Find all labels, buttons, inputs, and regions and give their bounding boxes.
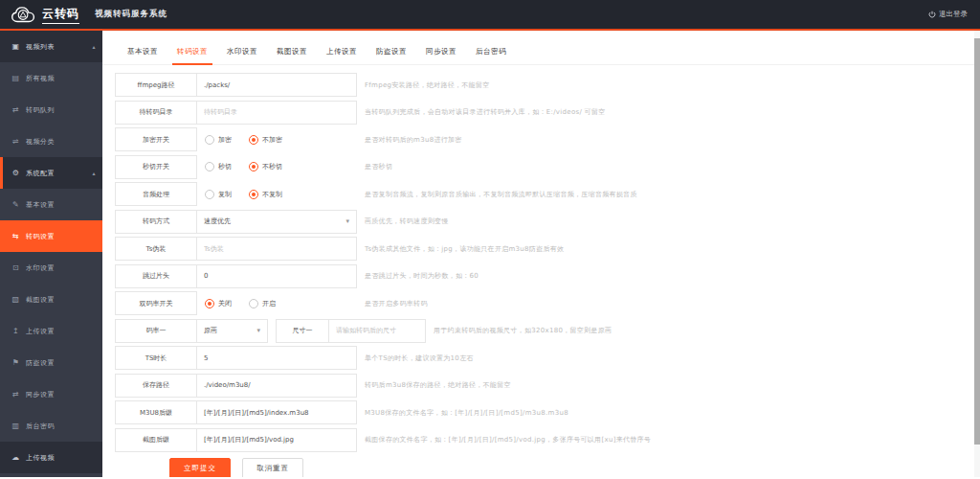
app-shell: ▣ 视频列表 ▴ ▤ 所有视频 ⇄ 转码队列 ⇌ 视频分类 ⚙ 系统配置 ▴ ✎… [0,31,980,477]
scrollbar-thumb[interactable] [974,38,980,445]
radio-option-no-copy[interactable]: 不复制 [249,190,282,199]
gear-icon: ⚙ [11,169,21,177]
sidebar-item-screenshot-settings[interactable]: ▧ 截图设置 [0,284,102,315]
sidebar-item-label: 所有视频 [26,74,55,83]
field-hint: 画质优先，转码速度则变慢 [365,217,449,226]
radio-label: 秒切 [218,162,232,171]
power-icon [928,11,936,18]
form-row-save-path: 保存路径 转码后m3u8保存的路径，绝对路径，不能留空 [115,374,980,398]
form-row-encrypt-switch: 加密开关 加密 不加密 是否对转码后的m3u8进行加密 [115,127,980,151]
tab-upload-settings[interactable]: 上传设置 [317,41,367,64]
sidebar-item-label: 上传设置 [26,327,55,336]
ts-disguise-input[interactable] [196,237,357,261]
ffmpeg-path-input[interactable] [196,73,357,97]
field-hint: 是否跳过片头，时间为秒数，如：60 [365,271,479,281]
field-label: 秒切开关 [115,155,197,179]
vertical-scrollbar [974,31,980,477]
screenshot-suffix-input[interactable] [196,428,357,452]
tab-basic-settings[interactable]: 基本设置 [118,41,167,64]
sidebar-item-all-videos[interactable]: ▤ 所有视频 [0,62,102,94]
pending-dir-input[interactable] [196,101,357,125]
form-row-screenshot-suffix: 截图后缀 截图保存的文件名字，如：[年]/[月]/[日]/[md5]/vod.j… [115,428,980,452]
bitrate-1-select[interactable]: 原画 ▾ [196,319,268,343]
cloud-logo-icon [11,6,37,24]
transcode-settings-form: ffmpeg路径 Ffmpeg安装路径，绝对路径，不能留空 待转码目录 当转码队… [102,65,980,477]
radio-circle-icon [249,135,258,145]
encrypt-radio-group: 加密 不加密 [196,127,357,151]
chevron-up-icon: ▴ [92,43,96,50]
sidebar-item-watermark-settings[interactable]: ⊡ 水印设置 [0,252,102,284]
dual-bitrate-radio-group: 关闭 开启 [196,291,357,315]
radio-option-copy[interactable]: 复制 [205,190,232,199]
field-label: TS时长 [115,346,197,370]
field-label: 双码率开关 [115,291,197,315]
radio-circle-icon [249,162,258,171]
slice-radio-group: 秒切 不秒切 [196,155,357,179]
sidebar-item-basic-settings[interactable]: ✎ 基本设置 [0,189,102,220]
sidebar-item-sync-settings[interactable]: ⇄ 同步设置 [0,378,102,410]
sidebar-item-label: 视频分类 [26,137,55,147]
sidebar-item-label: 后台密码 [26,422,55,431]
tab-transcode-settings[interactable]: 转码设置 [167,41,217,64]
sidebar-item-label: 防盗设置 [26,358,55,368]
form-row-bitrate-size: 码率一 原画 ▾ 尺寸一 用于约束转码后的视频尺寸，如320x180，留空则是原… [115,319,980,343]
select-value: 速度优先 [204,217,231,226]
sidebar-item-video-category[interactable]: ⇌ 视频分类 [0,125,102,157]
sidebar-item-admin-password[interactable]: ▥ 后台密码 [0,410,102,442]
radio-label: 加密 [218,135,232,145]
radio-option-slice[interactable]: 秒切 [205,162,232,171]
transcode-mode-select[interactable]: 速度优先 ▾ [196,210,357,234]
submit-button[interactable]: 立即提交 [169,458,231,478]
form-row-instant-slice-switch: 秒切开关 秒切 不秒切 是否秒切 [115,155,980,179]
radio-circle-icon [205,135,214,145]
sidebar-item-label: 视频列表 [26,42,55,52]
field-label: 保存路径 [115,374,197,398]
password-icon: ▥ [11,422,21,430]
radio-option-on[interactable]: 开启 [249,299,276,308]
reset-button[interactable]: 取消重置 [242,458,303,478]
chevron-down-icon: ▾ [256,327,260,334]
field-label: 转码方式 [115,210,197,234]
sidebar-item-transcode-queue[interactable]: ⇄ 转码队列 [0,94,102,125]
sidebar-item-label: 上传视频 [26,453,55,463]
field-hint: Ffmpeg安装路径，绝对路径，不能留空 [365,80,490,90]
radio-option-encrypt[interactable]: 加密 [205,135,232,145]
tab-watermark-settings[interactable]: 水印设置 [217,41,267,64]
tab-antitheft-settings[interactable]: 防盗设置 [367,41,416,64]
sidebar-item-label: 水印设置 [26,263,55,273]
sidebar-item-upload-video[interactable]: ☁ 上传视频 [0,442,102,473]
tab-sync-settings[interactable]: 同步设置 [416,41,466,64]
edit-icon: ✎ [11,200,21,209]
radio-label: 关闭 [218,299,232,308]
sidebar-item-system-config[interactable]: ⚙ 系统配置 ▴ [0,157,102,189]
sidebar-item-upload-settings[interactable]: ↥ 上传设置 [0,315,102,347]
radio-option-no-encrypt[interactable]: 不加密 [249,135,282,145]
logout-button[interactable]: 退出登录 [928,10,968,19]
tab-screenshot-settings[interactable]: 截图设置 [267,41,317,64]
form-row-ts-duration: TS时长 单个TS的时长，建议设置为10左右 [115,346,980,370]
category-icon: ⇌ [11,137,21,146]
radio-option-no-slice[interactable]: 不秒切 [249,162,282,171]
video-icon: ▣ [11,42,21,51]
all-videos-icon: ▤ [11,74,21,82]
form-row-audio-mode: 音频处理 复制 不复制 是否复制音频流，复制则原音质输出，不复制音频流即默认压缩… [115,182,980,206]
radio-circle-icon [205,162,214,171]
m3u8-suffix-input[interactable] [196,400,357,424]
sidebar-item-antitheft-settings[interactable]: ⚑ 防盗设置 [0,347,102,378]
ts-duration-input[interactable] [196,346,357,370]
sidebar-item-video-list[interactable]: ▣ 视频列表 ▴ [0,31,102,62]
size-1-input[interactable] [328,319,426,343]
sidebar-item-transcode-settings[interactable]: ⇆ 转码设置 [0,220,102,252]
radio-label: 不秒切 [262,162,282,171]
sidebar-item-label: 截图设置 [26,295,55,305]
logout-label: 退出登录 [939,10,968,19]
tab-admin-password[interactable]: 后台密码 [466,41,516,64]
sidebar-item-label: 基本设置 [26,200,55,210]
main-content: 基本设置 转码设置 水印设置 截图设置 上传设置 防盗设置 同步设置 后台密码 … [102,31,980,477]
field-label: ffmpeg路径 [115,73,197,97]
form-row-transcode-mode: 转码方式 速度优先 ▾ 画质优先，转码速度则变慢 [115,210,980,234]
sidebar: ▣ 视频列表 ▴ ▤ 所有视频 ⇄ 转码队列 ⇌ 视频分类 ⚙ 系统配置 ▴ ✎… [0,31,102,477]
radio-option-off[interactable]: 关闭 [205,299,232,308]
skip-intro-input[interactable] [196,264,357,288]
save-path-input[interactable] [196,374,357,398]
